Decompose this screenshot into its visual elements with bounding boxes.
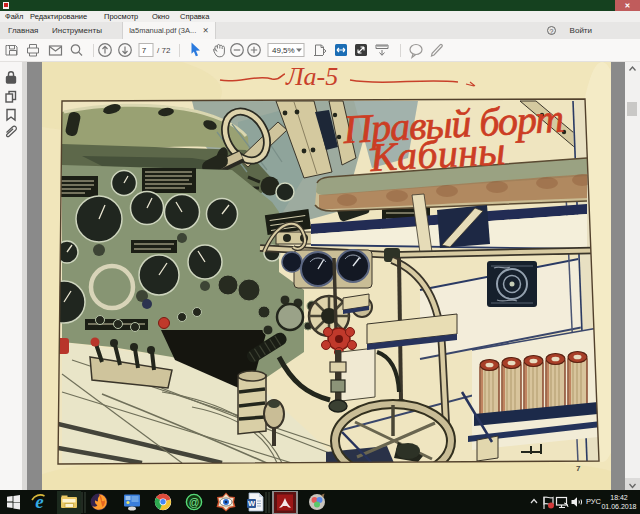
svg-text:Кабины: Кабины xyxy=(368,128,506,180)
svg-text:/ 72: / 72 xyxy=(157,46,171,55)
svg-text:@: @ xyxy=(189,496,200,508)
svg-text:7: 7 xyxy=(576,464,581,473)
svg-text:49,5%: 49,5% xyxy=(272,46,295,55)
svg-text:01.06.2018: 01.06.2018 xyxy=(601,503,636,510)
svg-text:РУС: РУС xyxy=(586,497,602,506)
svg-text:Ла-5: Ла-5 xyxy=(285,62,338,91)
svg-text:7: 7 xyxy=(142,46,147,55)
svg-text:W: W xyxy=(248,499,256,508)
svg-text:18:42: 18:42 xyxy=(610,494,628,501)
